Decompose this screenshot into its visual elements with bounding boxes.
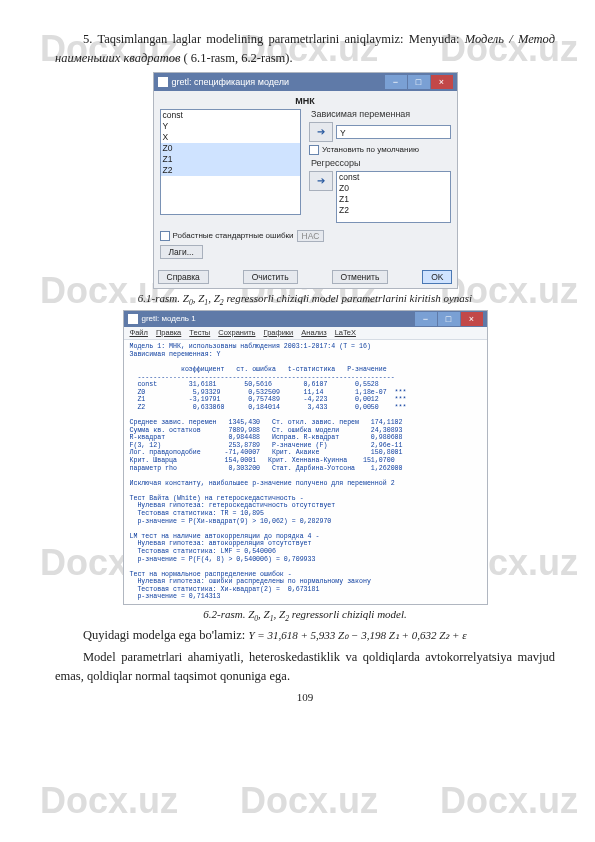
hac-button[interactable]: HAC	[297, 230, 325, 242]
gretl-model-output-dialog: gretl: модель 1 − □ × Файл Правка Тесты …	[123, 310, 488, 605]
dialog1-title: gretl: спецификация модели	[172, 77, 289, 87]
dialog2-title: gretl: модель 1	[142, 314, 196, 323]
watermark: Docx.uz	[40, 780, 178, 822]
formula-paragraph: Quyidagi modelga ega bо'lamiz: Y = 31,61…	[55, 626, 555, 645]
menu-latex[interactable]: LaTeX	[335, 329, 356, 338]
regressors-listbox[interactable]: const Z0 Z1 Z2	[336, 171, 451, 223]
watermark: Docx.uz	[440, 780, 578, 822]
default-checkbox[interactable]	[309, 145, 319, 155]
caption-sub: 2	[285, 614, 289, 623]
dependent-input[interactable]: Y	[336, 125, 451, 139]
menu-edit[interactable]: Правка	[156, 329, 181, 338]
mnk-label: МНК	[160, 96, 451, 106]
caption-prefix: 6.1-rasm.	[138, 292, 183, 304]
formula-intro: Quyidagi modelga ega bо'lamiz:	[83, 628, 248, 642]
maximize-button[interactable]: □	[408, 75, 430, 89]
list-item[interactable]: Z0	[337, 183, 450, 194]
intro-text: 5. Taqsimlangan laglar modelining parame…	[83, 32, 465, 46]
menu-tests[interactable]: Тесты	[189, 329, 210, 338]
clear-button[interactable]: Очистить	[243, 270, 298, 284]
figure-6-2-caption: 6.2-rasm. Z0, Z1, Z2 regressorli chiziql…	[55, 608, 555, 623]
intro-paragraph: 5. Taqsimlangan laglar modelining parame…	[55, 30, 555, 68]
close-button[interactable]: ×	[461, 312, 483, 326]
lags-button[interactable]: Лаги...	[160, 245, 203, 259]
list-item[interactable]: const	[161, 110, 301, 121]
robust-label: Робастные стандартные ошибки	[173, 231, 294, 240]
caption-sub: 0	[254, 614, 258, 623]
menu-analysis[interactable]: Анализ	[301, 329, 326, 338]
model-output-text: Модель 1: МНК, использованы наблюдения 2…	[124, 340, 487, 604]
ok-button[interactable]: OK	[422, 270, 452, 284]
help-button[interactable]: Справка	[158, 270, 209, 284]
dependent-label: Зависимая переменная	[311, 109, 451, 119]
model-output-pre: Модель 1: МНК, использованы наблюдения 2…	[130, 343, 481, 601]
conclusion-paragraph: Model parametrlari ahamiyatli, heteroske…	[55, 648, 555, 686]
figure-6-1-caption: 6.1-rasm. Z0, Z1, Z2 regressorli chiziql…	[55, 292, 555, 307]
caption-text: regressorli chiziqli model.	[292, 608, 407, 620]
gretl-spec-dialog: gretl: спецификация модели − □ × МНК con…	[153, 72, 458, 289]
caption-sub: 1	[270, 614, 274, 623]
page-number: 109	[55, 691, 555, 703]
robust-checkbox[interactable]	[160, 231, 170, 241]
list-item[interactable]: Z2	[161, 165, 301, 176]
dialog1-titlebar: gretl: спецификация модели − □ ×	[154, 73, 457, 91]
list-item[interactable]: const	[337, 172, 450, 183]
list-item[interactable]: Z1	[337, 194, 450, 205]
maximize-button[interactable]: □	[438, 312, 460, 326]
minimize-button[interactable]: −	[385, 75, 407, 89]
list-item[interactable]: X	[161, 132, 301, 143]
list-item[interactable]: Z1	[161, 154, 301, 165]
menu-file[interactable]: Файл	[130, 329, 148, 338]
add-regressor-button[interactable]: ➔	[309, 171, 333, 191]
list-item[interactable]: Y	[161, 121, 301, 132]
variables-listbox[interactable]: const Y X Z0 Z1 Z2	[160, 109, 302, 215]
caption-prefix: 6.2-rasm.	[203, 608, 248, 620]
caption-sub: 0	[189, 298, 193, 307]
app-icon	[128, 314, 138, 324]
caption-text: regressorli chiziqli model parametrlarin…	[226, 292, 472, 304]
intro-tail: ( 6.1-rasm, 6.2-rasm).	[184, 51, 293, 65]
regression-formula: Y = 31,618 + 5,933 Z₀ − 3,198 Z₁ + 0,632…	[248, 629, 466, 641]
caption-sub: 2	[220, 298, 224, 307]
close-button[interactable]: ×	[431, 75, 453, 89]
minimize-button[interactable]: −	[415, 312, 437, 326]
menu-save[interactable]: Сохранить	[218, 329, 255, 338]
add-dependent-button[interactable]: ➔	[309, 122, 333, 142]
dialog2-menubar: Файл Правка Тесты Сохранить Графики Анал…	[124, 327, 487, 341]
cancel-button[interactable]: Отменить	[332, 270, 389, 284]
app-icon	[158, 77, 168, 87]
dialog2-titlebar: gretl: модель 1 − □ ×	[124, 311, 487, 327]
list-item[interactable]: Z0	[161, 143, 301, 154]
regressors-label: Регрессоры	[311, 158, 451, 168]
list-item[interactable]: Z2	[337, 205, 450, 216]
caption-sub: 1	[204, 298, 208, 307]
menu-graphs[interactable]: Графики	[264, 329, 294, 338]
watermark: Docx.uz	[240, 780, 378, 822]
default-label: Установить по умолчанию	[322, 145, 419, 154]
